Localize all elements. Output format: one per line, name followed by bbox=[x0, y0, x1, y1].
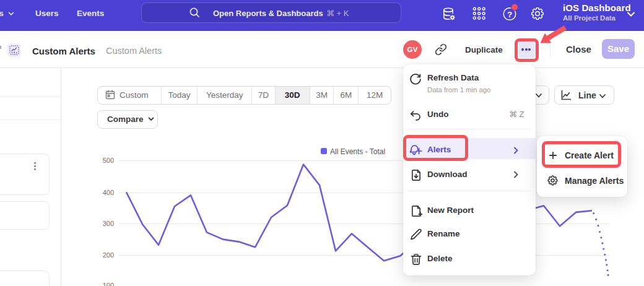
svg-text:?: ? bbox=[507, 10, 512, 19]
